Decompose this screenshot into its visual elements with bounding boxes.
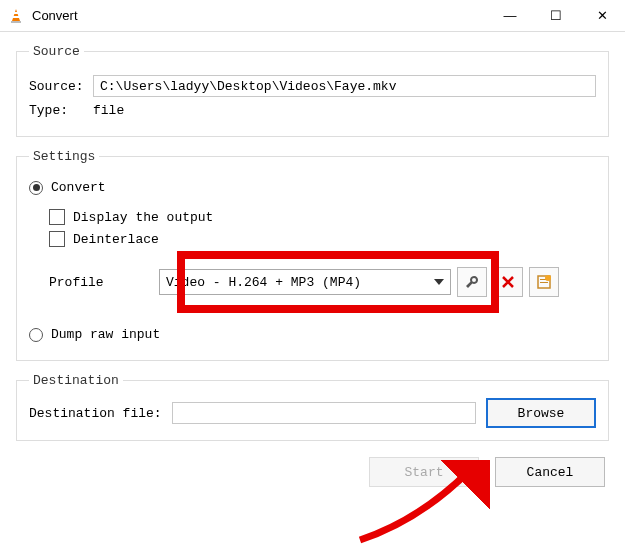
browse-button[interactable]: Browse: [486, 398, 596, 428]
profile-value: Video - H.264 + MP3 (MP4): [166, 275, 361, 290]
display-output-label: Display the output: [73, 210, 213, 225]
start-label: Start: [404, 465, 443, 480]
titlebar: Convert — ☐ ✕: [0, 0, 625, 32]
profile-select[interactable]: Video - H.264 + MP3 (MP4): [159, 269, 451, 295]
delete-profile-button[interactable]: [493, 267, 523, 297]
source-input[interactable]: [93, 75, 596, 97]
dump-radio[interactable]: [29, 328, 43, 342]
wrench-icon: [464, 274, 480, 290]
source-group: Source Source: Type: file: [16, 44, 609, 137]
svg-point-7: [545, 275, 551, 281]
destination-legend: Destination: [29, 373, 123, 388]
delete-icon: [501, 275, 515, 289]
window-buttons: — ☐ ✕: [487, 0, 625, 31]
vlc-icon: [8, 8, 24, 24]
destination-group: Destination Destination file: Browse: [16, 373, 609, 441]
new-profile-button[interactable]: [529, 267, 559, 297]
convert-label: Convert: [51, 180, 106, 195]
dump-label: Dump raw input: [51, 327, 160, 342]
cancel-label: Cancel: [527, 465, 574, 480]
window-title: Convert: [32, 8, 487, 23]
svg-rect-1: [11, 21, 21, 23]
deinterlace-label: Deinterlace: [73, 232, 159, 247]
destination-input[interactable]: [172, 402, 476, 424]
settings-group: Settings Convert Display the output Dein…: [16, 149, 609, 361]
svg-rect-2: [14, 12, 18, 14]
cancel-button[interactable]: Cancel: [495, 457, 605, 487]
svg-rect-3: [13, 16, 19, 18]
browse-label: Browse: [518, 406, 565, 421]
type-value: file: [93, 103, 124, 118]
source-legend: Source: [29, 44, 84, 59]
start-button[interactable]: Start: [369, 457, 479, 487]
new-profile-icon: [536, 274, 552, 290]
edit-profile-button[interactable]: [457, 267, 487, 297]
display-output-checkbox[interactable]: [49, 209, 65, 225]
settings-legend: Settings: [29, 149, 99, 164]
svg-marker-0: [12, 9, 20, 21]
chevron-down-icon: [434, 279, 444, 285]
svg-rect-6: [540, 282, 548, 283]
close-button[interactable]: ✕: [579, 0, 625, 31]
convert-radio[interactable]: [29, 181, 43, 195]
maximize-button[interactable]: ☐: [533, 0, 579, 31]
minimize-button[interactable]: —: [487, 0, 533, 31]
type-label: Type:: [29, 103, 93, 118]
deinterlace-checkbox[interactable]: [49, 231, 65, 247]
dialog-buttons: Start Cancel: [0, 441, 625, 503]
source-label: Source:: [29, 79, 93, 94]
destination-label: Destination file:: [29, 406, 162, 421]
profile-label: Profile: [49, 275, 159, 290]
